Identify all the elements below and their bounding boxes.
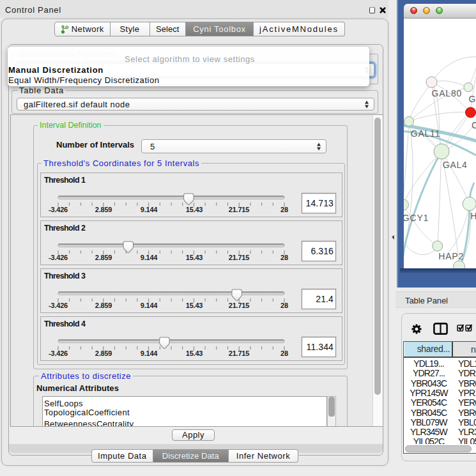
svg-text:GA: GA — [469, 94, 476, 104]
svg-text:GAL4: GAL4 — [443, 160, 468, 170]
svg-text:GAL11: GAL11 — [411, 128, 441, 139]
svg-text:H: H — [470, 211, 476, 221]
svg-text:GAL80: GAL80 — [432, 88, 463, 98]
svg-text:C: C — [472, 120, 476, 130]
svg-text:GCY1: GCY1 — [404, 213, 429, 223]
svg-text:HAP2: HAP2 — [438, 251, 464, 261]
